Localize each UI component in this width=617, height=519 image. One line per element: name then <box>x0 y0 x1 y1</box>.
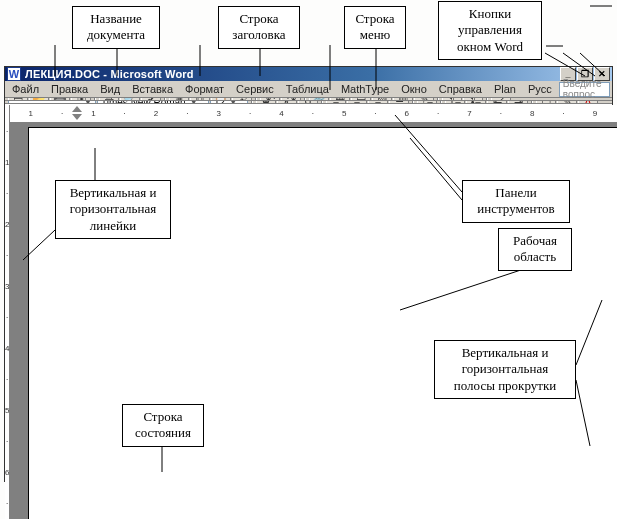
ask-question-box[interactable]: Введите вопрос <box>559 82 610 97</box>
ruler-tick: · <box>6 251 8 260</box>
title-bar[interactable]: W ЛЕКЦИЯ.DOC - Microsoft Word _ ❐ ✕ <box>5 67 612 81</box>
ruler-tick: 5 <box>342 109 346 118</box>
menu-insert[interactable]: Вставка <box>127 81 178 97</box>
ruler-tick: 8 <box>530 109 534 118</box>
ruler-tick: 3 <box>5 282 9 291</box>
ruler-tick: 7 <box>467 109 471 118</box>
ruler-tick: · <box>500 109 502 118</box>
menu-window[interactable]: Окно <box>396 81 432 97</box>
word-window: W ЛЕКЦИЯ.DOC - Microsoft Word _ ❐ ✕ Файл… <box>4 66 613 482</box>
ruler-tick: · <box>562 109 564 118</box>
callout-toolbars: Панелиинструментов <box>462 180 570 223</box>
menu-rus[interactable]: Pycc <box>523 81 557 97</box>
callout-scrollbars: Вертикальная игоризонтальнаяполосы прокр… <box>434 340 576 399</box>
callout-window-buttons: Кнопкиуправленияокном Word <box>438 1 542 60</box>
menu-file[interactable]: Файл <box>7 81 44 97</box>
ruler-tick: 2 <box>5 220 9 229</box>
callout-title-row: Строказаголовка <box>218 6 300 49</box>
ruler-tick: 1 <box>28 109 32 118</box>
ruler-tick: 4 <box>279 109 283 118</box>
menu-bar: Файл Правка Вид Вставка Формат Сервис Та… <box>5 81 612 98</box>
horizontal-ruler[interactable]: 1·1·2·3·4·5·6·7·8·9·10·11·12·13·14·15·16 <box>10 105 617 123</box>
ruler-tick: · <box>61 109 63 118</box>
document-area: ·1·2·3·4·5·6·7 1·1·2·3·4·5·6·7·8·9·10·11… <box>5 104 612 519</box>
ruler-tick: · <box>6 127 8 136</box>
ruler-tick: 3 <box>217 109 221 118</box>
menu-help[interactable]: Справка <box>434 81 487 97</box>
ruler-tick: · <box>124 109 126 118</box>
menu-view[interactable]: Вид <box>95 81 125 97</box>
ruler-tick: 4 <box>5 344 9 353</box>
menu-mathtype[interactable]: MathType <box>336 81 394 97</box>
ruler-tick: · <box>6 437 8 446</box>
menu-tools[interactable]: Сервис <box>231 81 279 97</box>
callout-menu-row: Строкаменю <box>344 6 406 49</box>
ruler-tick: 1 <box>91 109 95 118</box>
indent-marker-icon[interactable] <box>72 106 82 120</box>
app-icon: W <box>7 67 21 81</box>
ruler-tick: · <box>6 499 8 508</box>
ruler-tick: · <box>249 109 251 118</box>
menu-table[interactable]: Таблица <box>281 81 334 97</box>
ruler-tick: 5 <box>5 406 9 415</box>
callout-workarea: Рабочаяобласть <box>498 228 572 271</box>
ruler-tick: · <box>312 109 314 118</box>
menu-format[interactable]: Формат <box>180 81 229 97</box>
callout-document-name: Названиедокумента <box>72 6 160 49</box>
menu-plan[interactable]: Plan <box>489 81 521 97</box>
ruler-tick: · <box>6 189 8 198</box>
ruler-tick: · <box>6 313 8 322</box>
ruler-tick: · <box>6 375 8 384</box>
callout-rulers: Вертикальная игоризонтальнаялинейки <box>55 180 171 239</box>
ruler-tick: 6 <box>5 468 9 477</box>
menu-edit[interactable]: Правка <box>46 81 93 97</box>
ruler-tick: 6 <box>405 109 409 118</box>
callout-status: Строкасостояния <box>122 404 204 447</box>
ruler-tick: · <box>186 109 188 118</box>
ruler-tick: 1 <box>5 158 9 167</box>
ruler-tick: 2 <box>154 109 158 118</box>
window-title: ЛЕКЦИЯ.DOC - Microsoft Word <box>25 68 560 80</box>
ruler-tick: 9 <box>593 109 597 118</box>
ruler-tick: · <box>374 109 376 118</box>
ruler-tick: · <box>437 109 439 118</box>
